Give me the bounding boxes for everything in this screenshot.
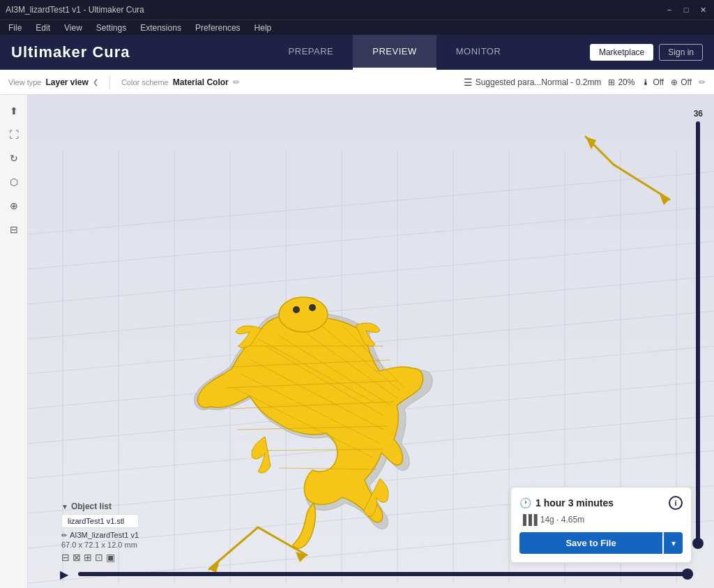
- print-time-row: 🕐 1 hour 3 minutes i: [519, 496, 683, 510]
- view-type-section: View type Layer view ❮: [8, 77, 98, 87]
- obj-icon-5[interactable]: ▣: [106, 552, 115, 563]
- header: Ultimaker Cura PREPARE PREVIEW MONITOR M…: [0, 35, 714, 70]
- obj-icon-3[interactable]: ⊞: [84, 552, 92, 563]
- header-right: Marketplace Sign in: [590, 44, 703, 61]
- save-dropdown-button[interactable]: ▾: [664, 532, 683, 554]
- titlebar: AI3M_lizardTest1 v1 - Ultimaker Cura − □…: [0, 0, 714, 20]
- obj-icon-2[interactable]: ⊠: [73, 552, 81, 563]
- support-value[interactable]: Off: [653, 77, 664, 87]
- view-type-value[interactable]: Layer view: [46, 77, 89, 87]
- layer-slider[interactable]: 36: [694, 109, 703, 546]
- close-button[interactable]: ✕: [697, 4, 708, 15]
- object-list-header: ▼ Object list: [61, 502, 139, 511]
- print-info-panel: 🕐 1 hour 3 minutes i ▐▐▐ 14g · 4.65m Sav…: [510, 487, 692, 563]
- minimize-button[interactable]: −: [664, 4, 675, 15]
- tool-rotate[interactable]: ↻: [3, 148, 24, 169]
- menu-help[interactable]: Help: [252, 22, 275, 34]
- signin-button[interactable]: Sign in: [659, 44, 703, 61]
- color-scheme-value[interactable]: Material Color: [173, 77, 229, 87]
- suggested-params-value[interactable]: Suggested para...Normal - 0.2mm: [476, 77, 602, 87]
- menu-view[interactable]: View: [61, 22, 85, 34]
- object-list-item[interactable]: lizardTest1 v1.stl: [61, 514, 139, 528]
- color-scheme-edit-icon[interactable]: ✏: [233, 77, 240, 87]
- marketplace-button[interactable]: Marketplace: [590, 44, 653, 61]
- suggested-params-setting: ☰ Suggested para...Normal - 0.2mm: [464, 77, 602, 88]
- logo-bold: Cura: [92, 43, 130, 61]
- window-title: AI3M_lizardTest1 v1 - Ultimaker Cura: [6, 5, 144, 15]
- save-to-file-button[interactable]: Save to File: [519, 532, 662, 554]
- menubar: File Edit View Settings Extensions Prefe…: [0, 20, 714, 35]
- logo-regular: Ultimaker: [11, 43, 92, 61]
- layer-number: 36: [694, 109, 703, 119]
- save-button-row: Save to File ▾: [519, 532, 683, 554]
- tab-prepare[interactable]: PREPARE: [269, 35, 354, 70]
- svg-point-43: [309, 304, 316, 311]
- adhesion-setting: ⊕ Off: [671, 77, 692, 87]
- left-toolbar: ⬆ ⛶ ↻ ⬡ ⊕ ⊟: [0, 95, 28, 588]
- fill-icon: ⊞: [608, 77, 615, 87]
- bottom-slider: ▶: [56, 566, 693, 582]
- 3d-viewport[interactable]: 36 ▶ ▼ Object list lizardTest1 v1.stl ✏ …: [28, 95, 714, 588]
- titlebar-controls: − □ ✕: [664, 4, 708, 15]
- clock-icon: 🕐: [519, 497, 531, 508]
- adhesion-value[interactable]: Off: [681, 77, 692, 87]
- tab-preview[interactable]: PREVIEW: [353, 35, 436, 70]
- menu-edit[interactable]: Edit: [33, 22, 53, 34]
- menu-extensions[interactable]: Extensions: [137, 22, 184, 34]
- bottom-slider-track[interactable]: [78, 572, 693, 576]
- object-dimensions: 67.0 x 72.1 x 12.0 mm: [61, 541, 139, 549]
- nav-tabs: PREPARE PREVIEW MONITOR: [269, 35, 521, 70]
- bottom-slider-thumb[interactable]: [682, 568, 693, 580]
- menu-file[interactable]: File: [6, 22, 24, 34]
- fill-value[interactable]: 20%: [618, 77, 635, 87]
- tool-scale[interactable]: ⛶: [3, 124, 24, 145]
- object-model-name: AI3M_lizardTest1 v1: [70, 531, 139, 539]
- tool-move[interactable]: ⬆: [3, 100, 24, 121]
- layer-slider-thumb[interactable]: [692, 538, 704, 549]
- adhesion-icon: ⊕: [671, 77, 678, 87]
- settings-wrench-icon[interactable]: ✏: [699, 77, 706, 87]
- object-icons: ⊟ ⊠ ⊞ ⊡ ▣: [61, 552, 139, 563]
- params-icon: ☰: [464, 77, 473, 88]
- fill-setting: ⊞ 20%: [608, 77, 635, 87]
- object-info: ✏ AI3M_lizardTest1 v1: [61, 531, 139, 539]
- object-list: ▼ Object list lizardTest1 v1.stl ✏ AI3M_…: [61, 502, 139, 563]
- print-time: 🕐 1 hour 3 minutes: [519, 497, 614, 508]
- menu-settings[interactable]: Settings: [93, 22, 129, 34]
- svg-point-41: [279, 297, 328, 332]
- tool-split[interactable]: ⊟: [3, 219, 24, 240]
- obj-icon-1[interactable]: ⊟: [61, 552, 70, 563]
- svg-point-42: [293, 306, 300, 313]
- app-logo: Ultimaker Cura: [11, 43, 130, 61]
- object-list-title: Object list: [71, 502, 112, 511]
- material-value: 14g · 4.65m: [540, 515, 584, 525]
- tool-mirror[interactable]: ⬡: [3, 172, 24, 193]
- play-button[interactable]: ▶: [56, 566, 73, 582]
- color-scheme-label: Color scheme: [121, 78, 169, 86]
- menu-preferences[interactable]: Preferences: [192, 22, 243, 34]
- info-icon[interactable]: i: [669, 496, 683, 510]
- object-list-chevron[interactable]: ▼: [61, 503, 68, 511]
- tool-support[interactable]: ⊕: [3, 195, 24, 216]
- material-bars-icon: ▐▐▐: [519, 514, 536, 525]
- layer-slider-track[interactable]: [696, 121, 700, 546]
- support-setting: 🌡 Off: [641, 77, 664, 87]
- view-type-label: View type: [8, 78, 42, 86]
- print-time-value: 1 hour 3 minutes: [536, 497, 614, 508]
- main-area: ⬆ ⛶ ↻ ⬡ ⊕ ⊟: [0, 95, 714, 588]
- color-scheme-section: Color scheme Material Color ✏: [121, 77, 240, 87]
- toolbar: View type Layer view ❮ Color scheme Mate…: [0, 70, 714, 95]
- material-row: ▐▐▐ 14g · 4.65m: [519, 514, 683, 525]
- toolbar-separator-1: [109, 75, 110, 89]
- support-icon: 🌡: [641, 77, 650, 87]
- toolbar-right: ☰ Suggested para...Normal - 0.2mm ⊞ 20% …: [464, 77, 706, 88]
- maximize-button[interactable]: □: [681, 4, 692, 15]
- view-type-chevron[interactable]: ❮: [93, 78, 98, 86]
- pencil-icon: ✏: [61, 532, 67, 539]
- obj-icon-4[interactable]: ⊡: [95, 552, 103, 563]
- tab-monitor[interactable]: MONITOR: [436, 35, 521, 70]
